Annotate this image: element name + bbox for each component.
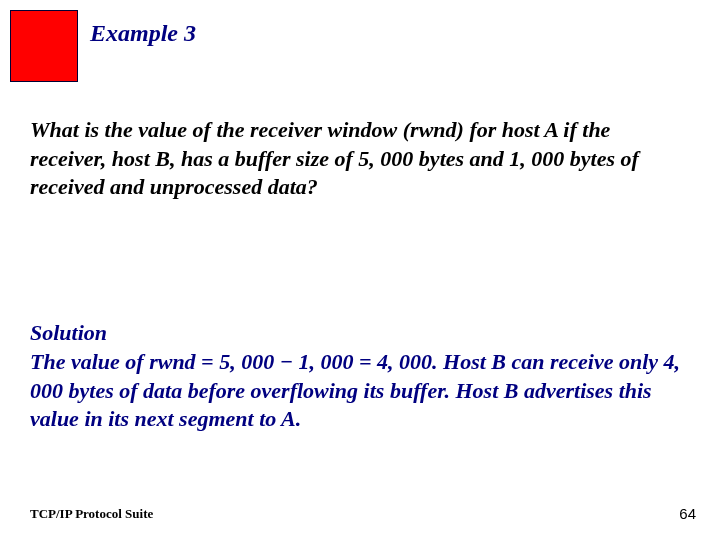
question-text: What is the value of the receiver window… xyxy=(30,116,690,202)
footer-source: TCP/IP Protocol Suite xyxy=(30,506,153,522)
solution-label: Solution xyxy=(30,320,107,346)
slide-title: Example 3 xyxy=(90,20,196,47)
accent-block xyxy=(10,10,78,82)
solution-text: The value of rwnd = 5, 000 − 1, 000 = 4,… xyxy=(30,348,690,434)
slide-number: 64 xyxy=(679,505,696,522)
